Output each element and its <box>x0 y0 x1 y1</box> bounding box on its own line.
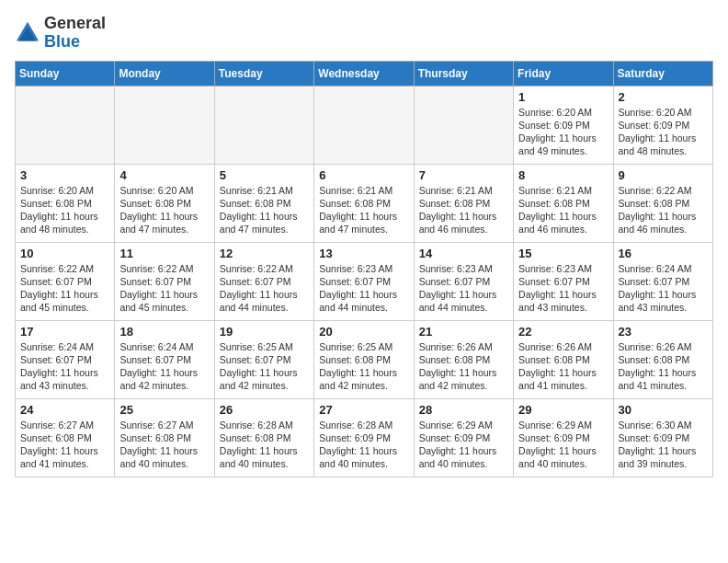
day-info: Sunrise: 6:24 AM Sunset: 6:07 PM Dayligh… <box>619 262 708 315</box>
calendar-cell: 12Sunrise: 6:22 AM Sunset: 6:07 PM Dayli… <box>214 242 313 320</box>
weekday-header-wednesday: Wednesday <box>314 61 414 86</box>
logo-text: General Blue <box>44 15 106 52</box>
calendar-cell: 10Sunrise: 6:22 AM Sunset: 6:07 PM Dayli… <box>16 242 115 320</box>
day-info: Sunrise: 6:22 AM Sunset: 6:07 PM Dayligh… <box>220 262 309 315</box>
calendar-cell: 19Sunrise: 6:25 AM Sunset: 6:07 PM Dayli… <box>214 320 313 398</box>
day-number: 22 <box>518 325 608 339</box>
calendar-cell: 26Sunrise: 6:28 AM Sunset: 6:08 PM Dayli… <box>214 398 313 477</box>
day-info: Sunrise: 6:20 AM Sunset: 6:08 PM Dayligh… <box>20 184 109 236</box>
weekday-header-monday: Monday <box>115 61 214 86</box>
calendar-cell: 4Sunrise: 6:20 AM Sunset: 6:08 PM Daylig… <box>115 164 214 242</box>
weekday-header-friday: Friday <box>514 61 613 86</box>
calendar-cell: 5Sunrise: 6:21 AM Sunset: 6:08 PM Daylig… <box>214 164 313 242</box>
day-number: 21 <box>419 325 508 339</box>
day-info: Sunrise: 6:24 AM Sunset: 6:07 PM Dayligh… <box>20 340 109 393</box>
calendar-cell: 17Sunrise: 6:24 AM Sunset: 6:07 PM Dayli… <box>16 320 115 398</box>
day-info: Sunrise: 6:26 AM Sunset: 6:08 PM Dayligh… <box>619 340 708 393</box>
day-number: 24 <box>20 403 109 417</box>
day-info: Sunrise: 6:22 AM Sunset: 6:07 PM Dayligh… <box>20 262 109 315</box>
calendar-cell: 30Sunrise: 6:30 AM Sunset: 6:09 PM Dayli… <box>613 398 712 477</box>
weekday-header-thursday: Thursday <box>414 61 513 86</box>
day-info: Sunrise: 6:26 AM Sunset: 6:08 PM Dayligh… <box>419 340 508 393</box>
day-number: 19 <box>220 325 309 339</box>
day-number: 18 <box>119 325 209 339</box>
day-number: 15 <box>518 247 608 260</box>
calendar-cell: 18Sunrise: 6:24 AM Sunset: 6:07 PM Dayli… <box>115 320 214 398</box>
day-info: Sunrise: 6:24 AM Sunset: 6:07 PM Dayligh… <box>119 340 209 393</box>
day-number: 13 <box>319 247 408 260</box>
logo-icon <box>15 20 40 46</box>
day-info: Sunrise: 6:22 AM Sunset: 6:07 PM Dayligh… <box>119 262 209 315</box>
calendar-cell: 1Sunrise: 6:20 AM Sunset: 6:09 PM Daylig… <box>514 86 613 164</box>
day-number: 1 <box>518 90 608 104</box>
calendar-table: SundayMondayTuesdayWednesdayThursdayFrid… <box>15 61 713 477</box>
day-number: 11 <box>119 247 209 260</box>
day-number: 28 <box>419 403 508 417</box>
weekday-header-saturday: Saturday <box>613 61 712 86</box>
calendar-cell: 3Sunrise: 6:20 AM Sunset: 6:08 PM Daylig… <box>16 164 115 242</box>
day-info: Sunrise: 6:28 AM Sunset: 6:09 PM Dayligh… <box>319 419 408 471</box>
weekday-header-sunday: Sunday <box>16 61 115 86</box>
calendar-cell: 9Sunrise: 6:22 AM Sunset: 6:08 PM Daylig… <box>613 164 712 242</box>
day-number: 7 <box>419 168 508 182</box>
calendar-cell: 23Sunrise: 6:26 AM Sunset: 6:08 PM Dayli… <box>613 320 712 398</box>
calendar-cell: 21Sunrise: 6:26 AM Sunset: 6:08 PM Dayli… <box>414 320 513 398</box>
day-number: 17 <box>20 325 109 339</box>
calendar-cell: 27Sunrise: 6:28 AM Sunset: 6:09 PM Dayli… <box>314 398 414 477</box>
day-number: 12 <box>220 247 309 260</box>
calendar-week-4: 17Sunrise: 6:24 AM Sunset: 6:07 PM Dayli… <box>16 320 713 398</box>
day-number: 26 <box>220 403 309 417</box>
day-info: Sunrise: 6:21 AM Sunset: 6:08 PM Dayligh… <box>518 184 608 236</box>
calendar-week-3: 10Sunrise: 6:22 AM Sunset: 6:07 PM Dayli… <box>16 242 713 320</box>
calendar-cell: 29Sunrise: 6:29 AM Sunset: 6:09 PM Dayli… <box>514 398 613 477</box>
calendar-cell: 24Sunrise: 6:27 AM Sunset: 6:08 PM Dayli… <box>16 398 115 477</box>
day-number: 14 <box>419 247 508 260</box>
calendar-cell: 7Sunrise: 6:21 AM Sunset: 6:08 PM Daylig… <box>414 164 513 242</box>
logo-general: General <box>44 15 106 33</box>
day-info: Sunrise: 6:25 AM Sunset: 6:08 PM Dayligh… <box>319 340 408 393</box>
calendar-week-5: 24Sunrise: 6:27 AM Sunset: 6:08 PM Dayli… <box>16 398 713 477</box>
logo: General Blue <box>15 15 106 52</box>
day-info: Sunrise: 6:23 AM Sunset: 6:07 PM Dayligh… <box>319 262 408 315</box>
day-info: Sunrise: 6:29 AM Sunset: 6:09 PM Dayligh… <box>419 419 508 471</box>
logo-blue: Blue <box>44 33 106 52</box>
day-info: Sunrise: 6:30 AM Sunset: 6:09 PM Dayligh… <box>619 419 708 471</box>
day-number: 3 <box>20 168 109 182</box>
calendar-cell <box>414 86 513 164</box>
day-info: Sunrise: 6:23 AM Sunset: 6:07 PM Dayligh… <box>518 262 608 315</box>
calendar-cell: 6Sunrise: 6:21 AM Sunset: 6:08 PM Daylig… <box>314 164 414 242</box>
day-info: Sunrise: 6:28 AM Sunset: 6:08 PM Dayligh… <box>220 419 309 471</box>
day-number: 4 <box>119 168 209 182</box>
day-number: 9 <box>619 168 708 182</box>
day-number: 2 <box>619 90 708 104</box>
calendar-cell: 14Sunrise: 6:23 AM Sunset: 6:07 PM Dayli… <box>414 242 513 320</box>
calendar-cell: 22Sunrise: 6:26 AM Sunset: 6:08 PM Dayli… <box>514 320 613 398</box>
day-info: Sunrise: 6:20 AM Sunset: 6:08 PM Dayligh… <box>119 184 209 236</box>
day-number: 10 <box>20 247 109 260</box>
day-number: 6 <box>319 168 408 182</box>
day-info: Sunrise: 6:23 AM Sunset: 6:07 PM Dayligh… <box>419 262 508 315</box>
day-info: Sunrise: 6:20 AM Sunset: 6:09 PM Dayligh… <box>518 106 608 158</box>
calendar-cell: 13Sunrise: 6:23 AM Sunset: 6:07 PM Dayli… <box>314 242 414 320</box>
day-info: Sunrise: 6:27 AM Sunset: 6:08 PM Dayligh… <box>20 419 109 471</box>
calendar-cell <box>214 86 313 164</box>
day-number: 23 <box>619 325 708 339</box>
day-number: 20 <box>319 325 408 339</box>
day-number: 8 <box>518 168 608 182</box>
calendar-cell: 16Sunrise: 6:24 AM Sunset: 6:07 PM Dayli… <box>613 242 712 320</box>
calendar-cell: 15Sunrise: 6:23 AM Sunset: 6:07 PM Dayli… <box>514 242 613 320</box>
day-number: 25 <box>119 403 209 417</box>
calendar-cell <box>115 86 214 164</box>
calendar-cell: 2Sunrise: 6:20 AM Sunset: 6:09 PM Daylig… <box>613 86 712 164</box>
calendar-cell <box>16 86 115 164</box>
day-number: 16 <box>619 247 708 260</box>
day-info: Sunrise: 6:27 AM Sunset: 6:08 PM Dayligh… <box>119 419 209 471</box>
calendar-week-1: 1Sunrise: 6:20 AM Sunset: 6:09 PM Daylig… <box>16 86 713 164</box>
day-info: Sunrise: 6:20 AM Sunset: 6:09 PM Dayligh… <box>619 106 708 158</box>
day-info: Sunrise: 6:21 AM Sunset: 6:08 PM Dayligh… <box>319 184 408 236</box>
day-number: 30 <box>619 403 708 417</box>
day-info: Sunrise: 6:21 AM Sunset: 6:08 PM Dayligh… <box>220 184 309 236</box>
calendar-cell: 25Sunrise: 6:27 AM Sunset: 6:08 PM Dayli… <box>115 398 214 477</box>
day-number: 29 <box>518 403 608 417</box>
day-number: 27 <box>319 403 408 417</box>
